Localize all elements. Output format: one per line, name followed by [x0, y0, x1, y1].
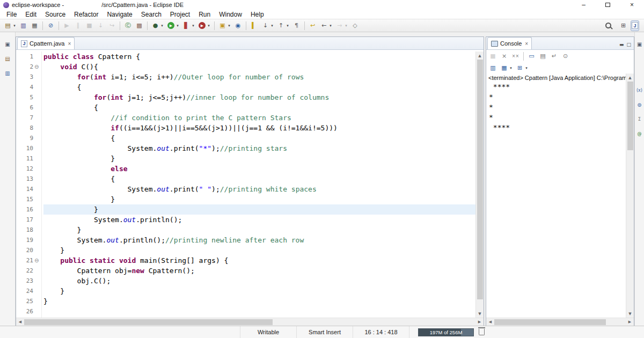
code-line[interactable]: if((i==1&&(j>1)||i==5&&(j>1))||(j==1 && …: [43, 123, 475, 133]
code-line[interactable]: {: [43, 102, 475, 113]
scroll-left-icon[interactable]: ◀: [486, 320, 494, 324]
scroll-track[interactable]: [24, 319, 475, 325]
close-button[interactable]: ×: [620, 0, 644, 10]
menu-item-refactor[interactable]: Refactor: [70, 10, 103, 19]
code-line[interactable]: }: [43, 225, 475, 235]
word-wrap-button[interactable]: ↵: [549, 51, 559, 62]
open-task-dropdown-icon[interactable]: ▾: [227, 24, 231, 28]
console-horizontal-scrollbar[interactable]: ◀ ▶: [486, 318, 634, 326]
previous-annotation-button[interactable]: ↑▾: [276, 20, 290, 31]
java-perspective-button[interactable]: J: [631, 20, 639, 31]
insert-mode-status[interactable]: Smart Insert: [297, 326, 353, 338]
code-line[interactable]: }: [43, 245, 475, 255]
resume-button[interactable]: ▶: [62, 20, 72, 31]
new-wizard-button[interactable]: ▤▾: [3, 20, 17, 31]
code-line[interactable]: for(int i=1; i<=5; i++)//Outer loop for …: [43, 72, 475, 82]
code-line[interactable]: }: [43, 286, 475, 296]
code-line[interactable]: }: [43, 194, 475, 204]
scroll-thumb[interactable]: [494, 319, 606, 325]
restore-left-panel-button[interactable]: ▣: [4, 39, 12, 49]
scroll-up-icon[interactable]: ▲: [626, 74, 634, 82]
code-line[interactable]: System.out.println();//printing newline …: [43, 235, 475, 245]
clear-console-button[interactable]: ▭: [526, 51, 537, 62]
menu-item-file[interactable]: File: [2, 10, 21, 19]
save-button[interactable]: ▥: [18, 20, 28, 31]
forward-dropdown-icon[interactable]: ▾: [344, 24, 348, 28]
variables-view-button[interactable]: (x): [635, 85, 643, 95]
run-external-tools-dropdown-icon[interactable]: ▾: [207, 24, 211, 28]
scroll-up-icon[interactable]: ▲: [476, 52, 484, 60]
forward-button[interactable]: →▾: [334, 20, 349, 31]
debug-button[interactable]: ●▾: [150, 20, 165, 31]
search-button[interactable]: ◉: [233, 20, 243, 31]
remove-all-launches-button[interactable]: ××: [510, 51, 521, 62]
code-line[interactable]: obj.C();: [43, 276, 475, 286]
pin-console-button[interactable]: ⊙: [560, 51, 570, 62]
maximize-button[interactable]: [596, 0, 620, 10]
run-dropdown-icon[interactable]: ▾: [175, 24, 180, 28]
debug-dropdown-icon[interactable]: ▾: [160, 24, 164, 28]
code-line[interactable]: void C(){: [43, 62, 475, 72]
tab-close-icon[interactable]: ×: [68, 41, 71, 47]
code-line[interactable]: }: [43, 204, 475, 215]
step-into-button[interactable]: ↓: [96, 20, 106, 31]
menu-item-run[interactable]: Run: [194, 10, 215, 19]
code-line[interactable]: {: [43, 174, 475, 184]
expressions-view-button[interactable]: Σ: [635, 114, 643, 124]
code-line[interactable]: Cpattern obj=new Cpattern();: [43, 266, 475, 276]
scroll-left-icon[interactable]: ◀: [16, 320, 24, 324]
console-tab-close-icon[interactable]: ×: [525, 41, 528, 47]
open-perspective-button[interactable]: ⊞: [618, 20, 628, 31]
editor-horizontal-scrollbar[interactable]: ◀ ▶: [16, 318, 484, 326]
open-type-hierarchy-button[interactable]: ▥: [4, 68, 12, 78]
new-java-package-button[interactable]: ▩: [134, 20, 144, 31]
last-edit-location-button[interactable]: ↩: [308, 20, 318, 31]
back-button[interactable]: ←▾: [319, 20, 333, 31]
open-console-button[interactable]: ⊞▾: [515, 63, 529, 74]
cursor-position-status[interactable]: 16 : 14 : 418: [353, 326, 409, 338]
code-line[interactable]: }: [43, 153, 475, 164]
open-console-dropdown-icon[interactable]: ▾: [524, 66, 529, 70]
code-line[interactable]: else: [43, 164, 475, 174]
print-button[interactable]: ▦: [30, 20, 40, 31]
scroll-track[interactable]: [476, 60, 484, 310]
code-line[interactable]: System.out.println();: [43, 215, 475, 225]
next-annotation-button[interactable]: ↓▾: [260, 20, 275, 31]
maximize-view-button[interactable]: □: [626, 42, 631, 47]
show-console-on-output-button[interactable]: ▥: [488, 63, 498, 74]
pin-editor-button[interactable]: ◇: [350, 20, 360, 31]
coverage-button[interactable]: ▋▾: [181, 20, 196, 31]
menu-item-source[interactable]: Source: [41, 10, 70, 19]
breakpoints-view-button[interactable]: ⊚: [635, 99, 643, 110]
fold-collapse-icon[interactable]: ⊖: [34, 257, 41, 264]
skip-all-breakpoints-button[interactable]: ⊘: [46, 20, 56, 31]
step-over-button[interactable]: ↪: [107, 20, 117, 31]
javadoc-view-button[interactable]: @: [635, 128, 643, 139]
scroll-right-icon[interactable]: ▶: [475, 320, 484, 324]
quick-access-button[interactable]: [603, 20, 616, 31]
code-line[interactable]: [43, 306, 475, 317]
menu-item-project[interactable]: Project: [166, 10, 194, 19]
garbage-collect-button[interactable]: [479, 329, 485, 335]
scroll-lock-button[interactable]: ▤: [538, 51, 548, 62]
open-task-button[interactable]: ▣▾: [217, 20, 232, 31]
menu-item-edit[interactable]: Edit: [21, 10, 41, 19]
code-line[interactable]: }: [43, 296, 475, 306]
console-text[interactable]: <terminated> Cpattern [Java Application]…: [486, 74, 626, 318]
code-line[interactable]: public static void main(String[] args) {: [43, 255, 475, 266]
scroll-track[interactable]: [494, 319, 626, 325]
restore-right-panel-button[interactable]: ▣: [635, 39, 643, 49]
fold-collapse-icon[interactable]: ⊖: [34, 63, 41, 70]
package-explorer-button[interactable]: ▤: [4, 53, 12, 64]
menu-item-help[interactable]: Help: [246, 10, 268, 19]
remove-launch-button[interactable]: ×: [499, 51, 509, 62]
run-button[interactable]: ▶▾: [166, 20, 180, 31]
scroll-thumb[interactable]: [477, 60, 483, 299]
show-whitespace-button[interactable]: ¶: [291, 20, 302, 31]
coverage-dropdown-icon[interactable]: ▾: [191, 24, 195, 28]
new-wizard-dropdown-icon[interactable]: ▾: [12, 24, 17, 28]
editor-tab-cpattern[interactable]: J Cpattern.java ×: [17, 37, 75, 49]
minimize-button[interactable]: –: [572, 0, 596, 10]
scroll-thumb[interactable]: [24, 319, 273, 325]
display-selected-console-dropdown-icon[interactable]: ▾: [509, 66, 513, 70]
